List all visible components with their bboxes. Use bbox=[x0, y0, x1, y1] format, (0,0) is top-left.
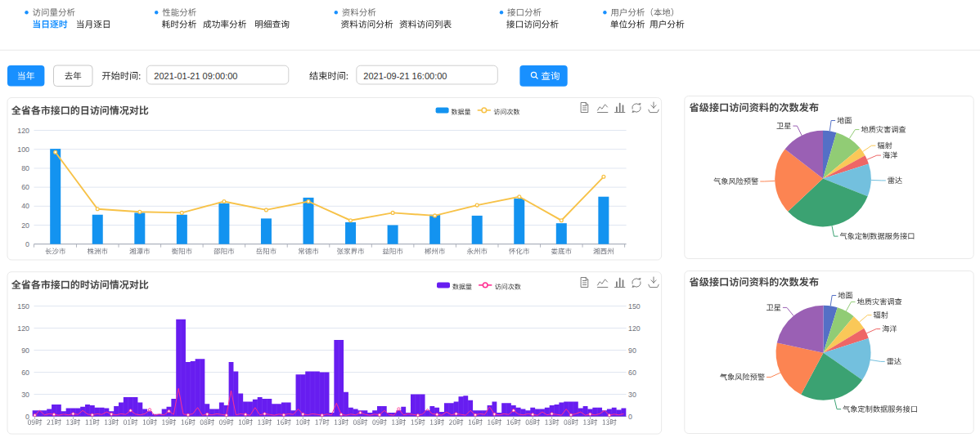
svg-text:120: 120 bbox=[17, 324, 29, 333]
svg-text:100: 100 bbox=[17, 145, 29, 154]
svg-text:0: 0 bbox=[25, 413, 29, 421]
svg-text:60: 60 bbox=[21, 369, 29, 377]
svg-text:0: 0 bbox=[25, 240, 29, 248]
svg-text:90: 90 bbox=[21, 346, 29, 355]
svg-text:30: 30 bbox=[21, 391, 29, 399]
svg-text:60: 60 bbox=[628, 369, 636, 377]
svg-text:2021-09-21 16:00:00: 2021-09-21 16:00:00 bbox=[363, 71, 447, 81]
svg-text:120: 120 bbox=[628, 324, 641, 333]
svg-text:90: 90 bbox=[628, 346, 636, 355]
svg-text:0: 0 bbox=[628, 413, 632, 421]
svg-text:80: 80 bbox=[21, 164, 29, 172]
svg-text:150: 150 bbox=[628, 302, 641, 311]
svg-text:150: 150 bbox=[17, 302, 29, 311]
svg-text:30: 30 bbox=[628, 391, 636, 399]
svg-text:2021-01-21 09:00:00: 2021-01-21 09:00:00 bbox=[154, 71, 237, 81]
svg-text:20: 20 bbox=[21, 221, 29, 230]
svg-text:120: 120 bbox=[17, 127, 29, 135]
svg-text:60: 60 bbox=[21, 183, 29, 191]
svg-text:40: 40 bbox=[21, 202, 29, 210]
